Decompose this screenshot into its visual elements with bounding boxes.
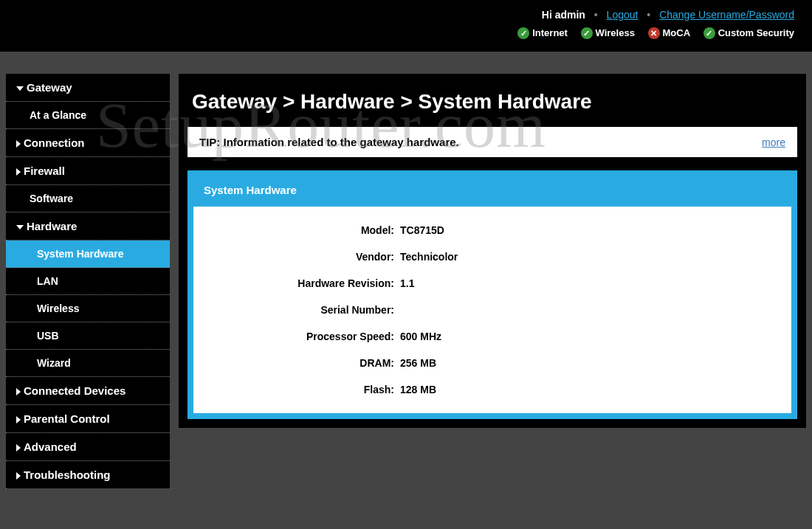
main: Gateway > Hardware > System Hardware TIP… xyxy=(179,74,806,489)
status-row: ✓Internet ✓Wireless ✕MoCA ✓Custom Securi… xyxy=(18,27,794,39)
more-link[interactable]: more xyxy=(762,136,785,148)
x-icon: ✕ xyxy=(648,27,660,39)
sidebar-item-software[interactable]: Software xyxy=(6,185,170,212)
sidebar-item-wizard[interactable]: Wizard xyxy=(6,350,170,377)
sidebar-item-gateway[interactable]: Gateway xyxy=(6,74,170,102)
hw-row-hardware-revision: Hardware Revision:1.1 xyxy=(208,270,777,297)
main-wrap: Gateway > Hardware > System Hardware TIP… xyxy=(179,74,806,428)
sidebar-item-wireless[interactable]: Wireless xyxy=(6,295,170,322)
hw-label: DRAM: xyxy=(208,357,400,369)
sidebar-item-system-hardware[interactable]: System Hardware xyxy=(6,241,170,268)
sidebar-item-connected-devices[interactable]: Connected Devices xyxy=(6,377,170,405)
hw-row-model: Model:TC8715D xyxy=(208,217,777,243)
hw-row-processor-speed: Processor Speed:600 MHz xyxy=(208,323,777,350)
header-top: Hi admin • Logout • Change Username/Pass… xyxy=(18,9,794,21)
sidebar-item-at-a-glance[interactable]: At a Glance xyxy=(6,102,170,129)
check-icon: ✓ xyxy=(517,27,529,39)
chevron-right-icon xyxy=(16,168,21,176)
tip-text: TIP: Information related to the gateway … xyxy=(199,136,459,148)
panel-body: Model:TC8715D Vendor:Technicolor Hardwar… xyxy=(193,207,791,413)
hw-value: Technicolor xyxy=(400,251,458,263)
chevron-right-icon xyxy=(16,444,21,452)
logout-link[interactable]: Logout xyxy=(607,9,639,21)
change-credentials-link[interactable]: Change Username/Password xyxy=(659,9,794,21)
tip-bar: TIP: Information related to the gateway … xyxy=(187,127,797,157)
hw-label: Vendor: xyxy=(208,251,400,263)
sidebar-item-firewall[interactable]: Firewall xyxy=(6,157,170,185)
chevron-down-icon xyxy=(16,86,24,91)
hw-row-serial-number: Serial Number: xyxy=(208,297,777,323)
sidebar-item-parental-control[interactable]: Parental Control xyxy=(6,405,170,433)
chevron-right-icon xyxy=(16,416,21,423)
hw-value: TC8715D xyxy=(400,224,444,236)
hw-value: 256 MB xyxy=(400,357,436,369)
sidebar-item-advanced[interactable]: Advanced xyxy=(6,433,170,461)
hw-label: Hardware Revision: xyxy=(208,277,400,289)
hw-value: 1.1 xyxy=(400,277,414,289)
hw-row-vendor: Vendor:Technicolor xyxy=(208,243,777,270)
user-greeting: Hi admin xyxy=(542,9,585,21)
status-custom-security: ✓Custom Security xyxy=(703,27,794,39)
chevron-right-icon xyxy=(16,388,21,395)
sidebar-item-usb[interactable]: USB xyxy=(6,322,170,350)
container: Gateway At a Glance Connection Firewall … xyxy=(0,74,812,489)
hw-label: Serial Number: xyxy=(208,304,400,316)
chevron-down-icon xyxy=(16,225,24,229)
hw-row-dram: DRAM:256 MB xyxy=(208,350,777,376)
panel-header: System Hardware xyxy=(193,176,791,207)
status-moca: ✕MoCA xyxy=(648,27,691,39)
system-hardware-panel: System Hardware Model:TC8715D Vendor:Tec… xyxy=(187,170,797,419)
chevron-right-icon xyxy=(16,140,21,148)
status-wireless: ✓Wireless xyxy=(581,27,635,39)
sidebar: Gateway At a Glance Connection Firewall … xyxy=(6,74,170,489)
hw-row-flash: Flash:128 MB xyxy=(208,376,777,403)
sidebar-item-lan[interactable]: LAN xyxy=(6,268,170,295)
hw-value: 600 MHz xyxy=(400,331,441,342)
check-icon: ✓ xyxy=(581,27,593,39)
sidebar-item-troubleshooting[interactable]: Troubleshooting xyxy=(6,461,170,489)
sidebar-item-hardware[interactable]: Hardware xyxy=(6,212,170,241)
chevron-right-icon xyxy=(16,472,21,480)
hw-label: Flash: xyxy=(208,384,400,395)
status-internet: ✓Internet xyxy=(517,27,568,39)
check-icon: ✓ xyxy=(703,27,715,39)
header: Hi admin • Logout • Change Username/Pass… xyxy=(0,0,812,52)
sidebar-item-connection[interactable]: Connection xyxy=(6,129,170,157)
hw-label: Model: xyxy=(208,224,400,236)
hw-value: 128 MB xyxy=(400,384,436,395)
breadcrumb: Gateway > Hardware > System Hardware xyxy=(187,83,797,127)
hw-label: Processor Speed: xyxy=(208,331,400,342)
